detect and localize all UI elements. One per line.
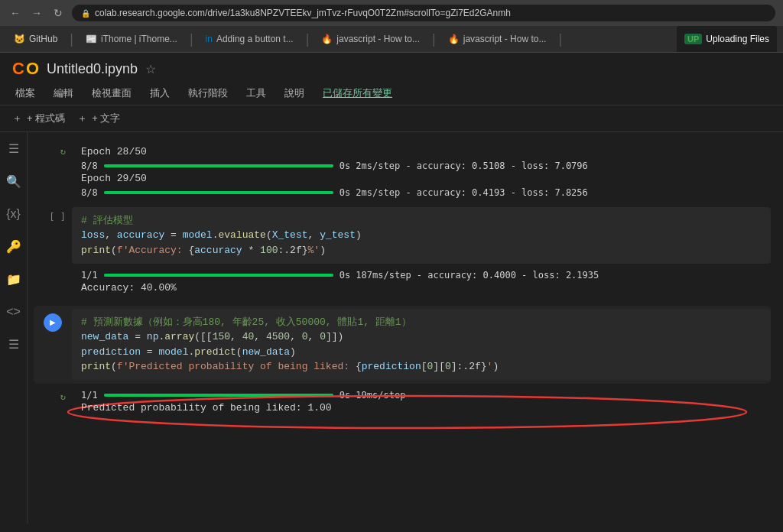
tab-js2-label: javascript - How to... — [463, 34, 547, 44]
address-bar[interactable]: 🔒 colab.research.google.com/drive/1a3ku8… — [72, 5, 775, 21]
tab-uploading[interactable]: UP Uploading Files — [677, 26, 777, 52]
tab-divider-2: | — [190, 31, 193, 47]
tab-linkedin[interactable]: in Adding a button t... — [198, 26, 301, 52]
add-text-label: + 文字 — [92, 112, 120, 125]
predicted-prob-output: Predicted probability of being liked: 1.… — [81, 401, 762, 417]
evaluate-line1: loss, accuracy = model.evaluate(X_test, … — [81, 228, 762, 243]
tab-js1-label: javascript - How to... — [336, 34, 420, 44]
predict-progress-fill — [104, 394, 333, 397]
sidebar-code-snippets-icon[interactable]: <> — [3, 302, 24, 322]
js1-icon: 🔥 — [321, 34, 333, 44]
cell-bracket-evaluate: [ ] — [49, 212, 66, 222]
epoch-output-cell: ↻ Epoch 28/50 8/8 0s 2ms/step - accuracy… — [34, 141, 771, 201]
progress-bar-wrap-28 — [104, 164, 333, 167]
comment-text: # 評估模型 — [81, 215, 133, 226]
sidebar-terminal-icon[interactable]: ☰ — [5, 334, 22, 355]
progress-bar-fill-29 — [104, 191, 333, 194]
eval-accuracy-output: Accuracy: 40.00% — [81, 281, 762, 297]
lock-icon: 🔒 — [81, 9, 90, 18]
progress-bar-wrap-29 — [104, 191, 333, 194]
evaluate-code-cell[interactable]: [ ] # 評估模型 loss, accuracy = model.evalua… — [34, 207, 771, 264]
evaluate-output-cell: 1/1 0s 187ms/step - accuracy: 0.4000 - l… — [34, 267, 771, 300]
sidebar-search-icon[interactable]: 🔍 — [3, 171, 24, 192]
browser-chrome: ← → ↻ 🔒 colab.research.google.com/drive/… — [0, 0, 783, 53]
url-text: colab.research.google.com/drive/1a3ku8NP… — [95, 8, 511, 18]
nav-back-button[interactable]: ← — [8, 5, 23, 21]
sidebar-secrets-icon[interactable]: 🔑 — [3, 236, 24, 257]
menu-tools[interactable]: 工具 — [243, 85, 269, 102]
menu-view[interactable]: 檢視畫面 — [89, 85, 135, 102]
cell-gutter-evaluate: [ ] — [34, 207, 72, 264]
epoch-29-progress-row: 8/8 0s 2ms/step - accuracy: 0.4193 - los… — [81, 187, 762, 198]
saved-status: 已儲存所有變更 — [320, 85, 395, 102]
add-code-button[interactable]: ＋ + 程式碼 — [12, 112, 65, 125]
predict-run-icon: ↻ — [60, 391, 66, 402]
tab-linkedin-label: Adding a button t... — [216, 34, 294, 44]
tab-divider-1: | — [70, 31, 73, 47]
menu-bar: 檔案 編輯 檢視畫面 插入 執行階段 工具 說明 已儲存所有變更 — [12, 82, 771, 105]
progress-stats-28: 0s 2ms/step - accuracy: 0.5108 - loss: 7… — [340, 161, 588, 171]
predict-line1: new_data = np.array([[150, 40, 4500, 0, … — [81, 329, 762, 345]
predict-line3: print(f'Predicted probability of being l… — [81, 359, 762, 375]
eval-progress-fill — [104, 274, 333, 277]
epoch-29-label: Epoch 29/50 — [81, 171, 762, 187]
eval-progress-bar — [104, 274, 333, 277]
add-code-label: + 程式碼 — [27, 112, 65, 125]
sidebar-files-icon[interactable]: 📁 — [3, 269, 24, 290]
sidebar-menu-icon[interactable]: ☰ — [5, 138, 22, 159]
nav-refresh-button[interactable]: ↻ — [50, 5, 66, 21]
add-text-button[interactable]: ＋ + 文字 — [77, 112, 120, 125]
run-predict-button[interactable]: ▶ — [44, 313, 62, 332]
predict-output-cell: ↻ 1/1 0s 19ms/step Predicted probability… — [34, 387, 771, 420]
cell-play-gutter: ▶ — [34, 309, 72, 381]
star-icon[interactable]: ☆ — [145, 62, 156, 76]
sidebar-variables-icon[interactable]: {x} — [3, 204, 24, 224]
epoch-output-content: Epoch 28/50 8/8 0s 2ms/step - accuracy: … — [72, 141, 771, 201]
predict-line2: prediction = model.predict(new_data) — [81, 345, 762, 360]
github-icon: 🐱 — [14, 34, 25, 44]
tab-divider-3: | — [306, 31, 310, 47]
predict-comment: # 預測新數據（例如：身高180, 年齡25, 收入50000, 體貼1, 距離… — [81, 315, 762, 330]
plus-text-icon: ＋ — [77, 112, 87, 125]
tabs-bar: 🐱 GitHub | 📰 iThome | iThome... | in Add… — [0, 26, 783, 52]
file-name[interactable]: Untitled0.ipynb — [47, 61, 138, 77]
notebook-content: ↻ Epoch 28/50 8/8 0s 2ms/step - accuracy… — [28, 132, 783, 524]
epoch-28-progress-row: 8/8 0s 2ms/step - accuracy: 0.5108 - los… — [81, 161, 762, 171]
predict-step-label: 1/1 — [81, 390, 98, 401]
progress-bar-fill-28 — [104, 164, 333, 167]
tab-js1[interactable]: 🔥 javascript - How to... — [314, 26, 427, 52]
predict-code-content[interactable]: # 預測新數據（例如：身高180, 年齡25, 收入50000, 體貼1, 距離… — [72, 309, 771, 381]
nav-forward-button[interactable]: → — [29, 5, 44, 21]
menu-edit[interactable]: 編輯 — [50, 85, 76, 102]
epoch-28-label: Epoch 28/50 — [81, 144, 762, 161]
evaluate-line2: print(f'Accuracy: {accuracy * 100:.2f}%'… — [81, 243, 762, 258]
plus-code-icon: ＋ — [12, 112, 22, 125]
predict-code-cell[interactable]: ▶ # 預測新數據（例如：身高180, 年齡25, 收入50000, 體貼1, … — [34, 306, 771, 384]
evaluate-output-content: 1/1 0s 187ms/step - accuracy: 0.4000 - l… — [72, 267, 771, 300]
menu-insert[interactable]: 插入 — [147, 85, 173, 102]
colab-logo: C O — [12, 59, 39, 79]
ithome-icon: 📰 — [86, 34, 97, 44]
cell-gutter-eval-out — [34, 267, 72, 300]
tab-ithome[interactable]: 📰 iThome | iThome... — [78, 26, 185, 52]
linkedin-icon: in — [206, 34, 213, 44]
predict-output-content: 1/1 0s 19ms/step Predicted probability o… — [72, 387, 771, 420]
evaluate-comment: # 評估模型 — [81, 213, 762, 229]
js2-icon: 🔥 — [448, 34, 460, 44]
menu-runtime[interactable]: 執行階段 — [185, 85, 231, 102]
browser-nav: ← → ↻ 🔒 colab.research.google.com/drive/… — [0, 0, 783, 26]
menu-file[interactable]: 檔案 — [12, 85, 38, 102]
cell-gutter-predict-out: ↻ — [34, 387, 72, 420]
progress-step-label-28: 8/8 — [81, 161, 98, 171]
main-layout: ☰ 🔍 {x} 🔑 📁 <> ☰ ↻ Epoch 28/50 8/8 0s 2m… — [0, 132, 783, 524]
toolbar: ＋ + 程式碼 ＋ + 文字 — [0, 105, 783, 132]
predict-progress-bar — [104, 394, 333, 397]
tab-divider-4: | — [432, 31, 436, 47]
tab-github[interactable]: 🐱 GitHub — [6, 26, 65, 52]
tab-uploading-label: Uploading Files — [706, 34, 769, 44]
evaluate-code-content[interactable]: # 評估模型 loss, accuracy = model.evaluate(X… — [72, 207, 771, 264]
menu-help[interactable]: 說明 — [281, 85, 307, 102]
colab-header: C O Untitled0.ipynb ☆ 檔案 編輯 檢視畫面 插入 執行階段… — [0, 53, 783, 105]
predict-stats: 0s 19ms/step — [340, 390, 406, 401]
tab-js2[interactable]: 🔥 javascript - How to... — [440, 26, 554, 52]
